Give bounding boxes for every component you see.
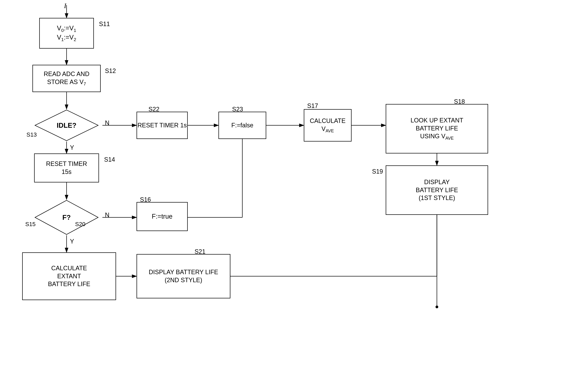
s19-label: S19 — [372, 168, 383, 175]
s13-label: S13 — [27, 131, 37, 138]
s15-diamond-wrap: F? — [34, 199, 99, 235]
s17-box: CALCULATEVAVE — [304, 109, 352, 141]
s11-content: V0:=V1V1:=V2 — [57, 24, 76, 42]
s13-label-text: IDLE? — [57, 122, 76, 129]
s23-box: F:=false — [218, 112, 266, 139]
s13-n-label: N — [105, 119, 109, 127]
s17-content: CALCULATEVAVE — [310, 117, 345, 134]
s19-box: DISPLAYBATTERY LIFE(1ST STYLE) — [386, 165, 488, 215]
s14-content: RESET TIMER15s — [46, 160, 87, 176]
s18-box: LOOK UP EXTANTBATTERY LIFEUSING VAVE — [386, 104, 488, 154]
s14-label: S14 — [104, 156, 115, 163]
s22-box: RESET TIMER 1s — [137, 112, 188, 139]
s18-content: LOOK UP EXTANTBATTERY LIFEUSING VAVE — [411, 116, 463, 141]
s21-box: DISPLAY BATTERY LIFE(2ND STYLE) — [137, 254, 230, 298]
s16-box: F:=true — [137, 202, 188, 231]
s14-box: RESET TIMER15s — [34, 154, 99, 182]
s13-y-label: Y — [70, 144, 74, 151]
s12-box: READ ADC ANDSTORE AS V7 — [33, 65, 101, 92]
s21-content: DISPLAY BATTERY LIFE(2ND STYLE) — [149, 268, 218, 284]
entry-label: I — [64, 2, 66, 10]
s18-label: S18 — [454, 98, 465, 105]
s11-label: S11 — [99, 20, 110, 28]
s15-label: S15 — [25, 221, 36, 228]
s13-diamond-wrap: IDLE? — [34, 109, 99, 141]
s15-label-text: F? — [63, 214, 71, 221]
s23-label: S23 — [232, 106, 243, 113]
s22-content: RESET TIMER 1s — [138, 121, 187, 130]
s19-content: DISPLAYBATTERY LIFE(1ST STYLE) — [416, 178, 458, 202]
s22-label: S22 — [148, 106, 159, 113]
s16-content: F:=true — [152, 212, 172, 221]
s11-box: V0:=V1V1:=V2 — [39, 18, 94, 49]
svg-point-20 — [435, 306, 438, 308]
s20-content: CALCULATEEXTANTBATTERY LIFE — [48, 264, 90, 288]
s16-label: S16 — [140, 196, 151, 203]
s15-y-label: Y — [70, 238, 74, 245]
s15-s20-label: S20 — [75, 221, 85, 228]
s23-content: F:=false — [231, 121, 253, 130]
s12-label: S12 — [105, 67, 116, 74]
s21-label: S21 — [195, 248, 206, 255]
s15-n-label: N — [105, 211, 109, 219]
s12-content: READ ADC ANDSTORE AS V7 — [44, 70, 89, 87]
s20-box: CALCULATEEXTANTBATTERY LIFE — [22, 252, 116, 300]
s17-label: S17 — [307, 102, 318, 109]
